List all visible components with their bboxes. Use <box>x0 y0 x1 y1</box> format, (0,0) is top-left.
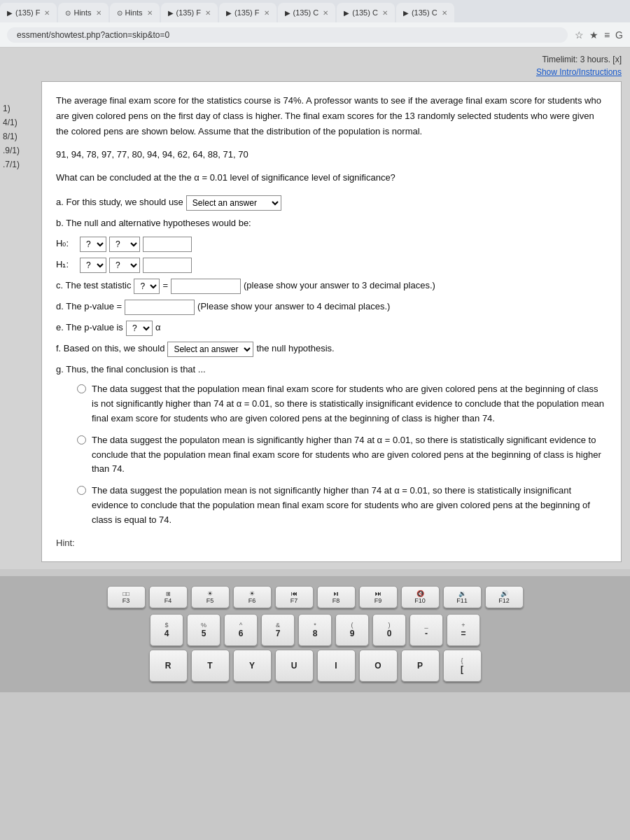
radio-input-2[interactable] <box>77 435 86 444</box>
h1-row: H₁: ? = ≠ < > ≤ ≥ ? 74 0 <box>56 258 607 273</box>
tab-2-close[interactable]: ✕ <box>205 9 211 17</box>
radio-input-1[interactable] <box>77 384 86 393</box>
key-minus[interactable]: _ - <box>410 614 443 646</box>
radio-option-1[interactable]: The data suggest that the population mea… <box>56 382 607 426</box>
key-u-label: U <box>291 661 298 671</box>
url-bar[interactable]: essment/showtest.php?action=skip&to=0 <box>7 27 568 43</box>
key-f12[interactable]: 🔊 F12 <box>485 586 524 608</box>
key-f8-label: F8 <box>332 597 340 604</box>
key-0[interactable]: ) 0 <box>372 614 406 646</box>
tab-4-label: (135) C <box>293 8 319 17</box>
key-7-main: 7 <box>276 629 281 638</box>
key-bracket-open-top: { <box>461 657 463 664</box>
tab-5[interactable]: ▶ (135) C ✕ <box>337 3 395 22</box>
tab-5-close[interactable]: ✕ <box>382 9 388 17</box>
key-f6[interactable]: ☀ F6 <box>233 586 272 608</box>
key-t[interactable]: T <box>191 650 230 682</box>
h1-value-select[interactable]: ? 74 0 <box>109 258 140 273</box>
tab-6[interactable]: ▶ (135) C ✕ <box>396 3 454 22</box>
problem-text-content: The average final exam score for the sta… <box>56 95 601 136</box>
tab-5-label: (135) C <box>352 8 378 17</box>
key-f3-icon: □□ <box>122 591 130 597</box>
bookmark-icon[interactable]: ☆ <box>575 29 584 41</box>
key-f11-icon: 🔉 <box>458 590 466 597</box>
radio-input-3[interactable] <box>77 486 86 495</box>
tab-hints-2[interactable]: ⊙ Hints ✕ <box>110 3 160 22</box>
address-icons: ☆ ★ ≡ G <box>575 29 623 41</box>
key-equals-top: + <box>461 622 465 629</box>
tab-4[interactable]: ▶ (135) C ✕ <box>278 3 336 22</box>
key-equals[interactable]: + = <box>447 614 480 646</box>
tab-hints-1[interactable]: ⊙ Hints ✕ <box>58 3 108 22</box>
part-c-input[interactable] <box>171 279 241 294</box>
h0-compare-select[interactable]: ? = ≠ < > ≤ ≥ <box>80 237 106 252</box>
tab-1[interactable]: ▶ (135) F ✕ <box>0 3 57 22</box>
h0-value-input[interactable] <box>143 237 192 252</box>
radio-option-3[interactable]: The data suggest the population mean is … <box>56 484 607 527</box>
key-o-label: O <box>374 661 381 671</box>
timer-bar: Timelimit: 3 hours. [x] <box>41 55 622 64</box>
h0-value-select[interactable]: ? 74 0 <box>109 237 140 252</box>
radio-label-3: The data suggest the population mean is … <box>92 484 607 527</box>
tab-4-close[interactable]: ✕ <box>323 9 328 17</box>
tab-hints-1-icon: ⊙ <box>65 9 71 17</box>
part-f-label: f. Based on this, we should <box>56 342 164 356</box>
profile-icon[interactable]: ★ <box>589 29 598 41</box>
tab-hints-1-label: Hints <box>74 8 91 17</box>
tab-3-close[interactable]: ✕ <box>264 9 270 17</box>
key-u[interactable]: U <box>275 650 314 682</box>
part-d-input[interactable] <box>125 300 195 315</box>
key-6[interactable]: ^ 6 <box>224 614 258 646</box>
part-a-select[interactable]: Select an answer a one-sample t-test a o… <box>186 195 281 211</box>
url-text: essment/showtest.php?action=skip&to=0 <box>17 30 169 40</box>
tab-6-close[interactable]: ✕ <box>442 9 447 17</box>
key-8[interactable]: * 8 <box>298 614 332 646</box>
key-i-label: I <box>335 661 337 671</box>
part-c-stat-select[interactable]: ? t z <box>134 279 160 294</box>
key-f3[interactable]: □□ F3 <box>107 586 146 608</box>
main-question-text: What can be concluded at the the α = 0.0… <box>56 172 396 183</box>
key-p[interactable]: P <box>401 650 440 682</box>
key-4[interactable]: $ 4 <box>150 614 183 646</box>
hint-line: Hint: <box>56 536 607 551</box>
key-i[interactable]: I <box>317 650 356 682</box>
part-e-select[interactable]: ? ≤ > < = <box>126 321 153 336</box>
tab-hints-2-label: Hints <box>125 8 143 17</box>
key-minus-main: - <box>425 629 428 638</box>
show-intro-link[interactable]: Show Intro/Instructions <box>41 67 622 77</box>
key-bracket-open[interactable]: { [ <box>443 650 482 682</box>
key-minus-top: _ <box>424 622 428 629</box>
key-9[interactable]: ( 9 <box>335 614 369 646</box>
key-f4[interactable]: ⊞ F4 <box>149 586 188 608</box>
key-y[interactable]: Y <box>233 650 272 682</box>
key-t-label: T <box>207 661 212 671</box>
key-f11[interactable]: 🔉 F11 <box>443 586 482 608</box>
key-4-top: $ <box>164 622 168 629</box>
h1-value-input[interactable] <box>143 258 192 273</box>
key-o[interactable]: O <box>359 650 398 682</box>
part-f-select[interactable]: Select an answer reject fail to reject <box>167 342 253 357</box>
key-5[interactable]: % 5 <box>187 614 220 646</box>
key-f7[interactable]: ⏮ F7 <box>275 586 314 608</box>
part-f: f. Based on this, we should Select an an… <box>56 342 607 357</box>
key-f8[interactable]: ⏯ F8 <box>317 586 356 608</box>
h1-compare-select[interactable]: ? = ≠ < > ≤ ≥ <box>80 258 106 273</box>
tab-hints-1-close[interactable]: ✕ <box>96 9 102 17</box>
part-g-label-row: g. Thus, the final conclusion is that ..… <box>56 363 607 377</box>
key-r[interactable]: R <box>149 650 188 682</box>
key-f10-label: F10 <box>414 597 426 604</box>
key-f10[interactable]: 🔇 F10 <box>401 586 440 608</box>
key-f5[interactable]: ☀ F5 <box>191 586 230 608</box>
tab-1-close[interactable]: ✕ <box>44 9 50 17</box>
tab-hints-2-close[interactable]: ✕ <box>147 9 153 17</box>
menu-icon[interactable]: ≡ <box>604 29 610 41</box>
tab-hints-2-icon: ⊙ <box>117 9 122 17</box>
key-f9[interactable]: ⏭ F9 <box>359 586 398 608</box>
radio-option-2[interactable]: The data suggest the populaton mean is s… <box>56 433 607 477</box>
tab-2[interactable]: ▶ (135) F ✕ <box>161 3 218 22</box>
tab-3[interactable]: ▶ (135) F ✕ <box>219 3 276 22</box>
settings-icon[interactable]: G <box>615 29 623 41</box>
part-c-suffix: (please show your answer to 3 decimal pl… <box>244 279 435 293</box>
key-7[interactable]: & 7 <box>261 614 295 646</box>
key-6-top: ^ <box>239 622 242 629</box>
